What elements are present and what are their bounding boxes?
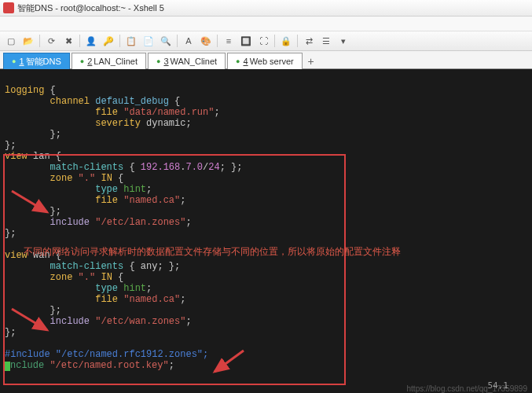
terminal-content: logging { channel default_debug { file "…	[5, 74, 243, 371]
more-icon[interactable]: ▾	[336, 33, 351, 49]
font-icon[interactable]: A	[181, 33, 196, 49]
new-icon[interactable]: ▢	[3, 33, 19, 49]
separator	[297, 35, 298, 47]
annotation-text: 不同的网络访问寻求解析时的数据配置文件存储与不同的位置，所以将原始的配置文件注释	[24, 246, 401, 257]
window-title: 智能DNS - root@localhost:~ - Xshell 5	[17, 2, 164, 14]
tab-label: 智能DNS	[26, 56, 61, 68]
separator	[39, 35, 40, 47]
separator	[119, 35, 120, 47]
zoom-icon[interactable]: 🔲	[238, 33, 254, 49]
transfer-icon[interactable]: ⇄	[301, 33, 317, 49]
tab-4[interactable]: ●4 Web server	[227, 53, 303, 69]
separator	[274, 35, 275, 47]
tab-3[interactable]: ●3 WAN_Clinet	[148, 53, 226, 69]
status-dot-icon: ●	[156, 57, 160, 65]
list-icon[interactable]: ☰	[318, 33, 334, 49]
app-icon	[3, 2, 14, 13]
search-icon[interactable]: 🔍	[158, 33, 174, 49]
toolbar: ▢ 📂 ⟳ ✖ 👤 🔑 📋 📄 🔍 A 🎨 ≡ 🔲 ⛶ 🔒 ⇄ ☰ ▾	[0, 31, 532, 51]
fullscreen-icon[interactable]: ⛶	[255, 33, 271, 49]
profile-icon[interactable]: 👤	[83, 33, 99, 49]
status-dot-icon: ●	[12, 57, 16, 65]
tab-num: 4	[244, 57, 248, 66]
terminal[interactable]: logging { channel default_debug { file "…	[0, 69, 532, 393]
status-dot-icon: ●	[236, 57, 240, 65]
watermark: https://blog.csdn.net/qq_17359899	[407, 384, 527, 393]
props-icon[interactable]: ≡	[221, 33, 237, 49]
title-bar: 智能DNS - root@localhost:~ - Xshell 5	[0, 0, 532, 17]
open-icon[interactable]: 📂	[20, 33, 36, 49]
separator	[217, 35, 218, 47]
cursor	[5, 362, 10, 371]
status-dot-icon: ●	[80, 57, 84, 65]
tab-num: 3	[163, 57, 168, 66]
tab-label: WAN_Clinet	[171, 57, 218, 66]
reconnect-icon[interactable]: ⟳	[43, 33, 59, 49]
tab-1[interactable]: ●1 智能DNS	[3, 53, 70, 69]
lock-icon[interactable]: 🔒	[278, 33, 294, 49]
copy-icon[interactable]: 📋	[123, 33, 139, 49]
tab-num: 1	[19, 57, 24, 66]
separator	[177, 35, 178, 47]
separator	[79, 35, 80, 47]
tab-bar: ●1 智能DNS ●2 LAN_Clinet ●3 WAN_Clinet ●4 …	[0, 51, 532, 69]
tab-label: LAN_Clinet	[94, 57, 138, 66]
tab-num: 2	[87, 57, 92, 66]
color-icon[interactable]: 🎨	[198, 33, 214, 49]
new-tab-button[interactable]: +	[304, 54, 318, 68]
menu-bar[interactable]	[0, 17, 532, 31]
tab-2[interactable]: ●2 LAN_Clinet	[72, 53, 146, 69]
key-icon[interactable]: 🔑	[101, 33, 116, 49]
tab-label: Web server	[250, 57, 294, 66]
paste-icon[interactable]: 📄	[141, 33, 156, 49]
disconnect-icon[interactable]: ✖	[61, 33, 76, 49]
